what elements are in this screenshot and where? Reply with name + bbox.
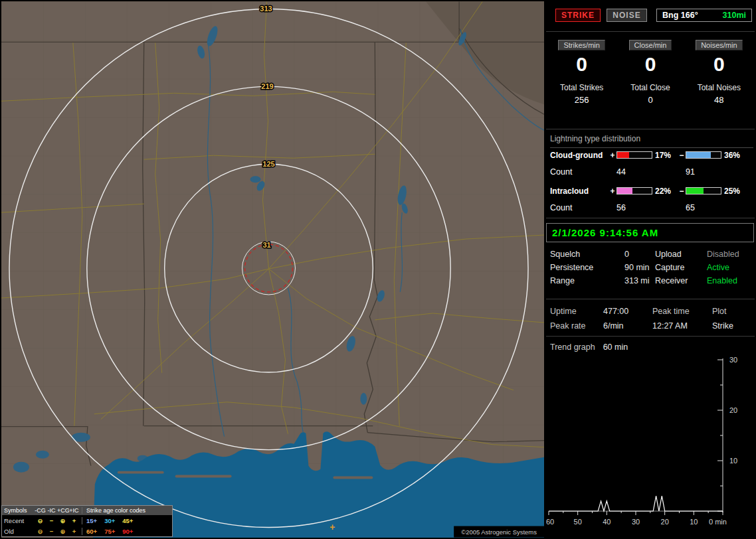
x-tick-30: 30 xyxy=(632,518,640,526)
cg-positive-count: 44 xyxy=(616,167,652,177)
legend-col-neg-cg: -CG xyxy=(35,507,46,514)
age-code-15: 15+ xyxy=(86,517,97,524)
close-per-min-button[interactable]: Close/min xyxy=(629,40,672,50)
persistence-label: Persistence xyxy=(550,263,624,276)
x-tick-50: 50 xyxy=(574,518,582,526)
bearing-value: Bng 166° xyxy=(662,11,698,20)
strikes-per-min-button[interactable]: Strikes/min xyxy=(558,40,605,50)
trend-line xyxy=(549,496,723,511)
ring-label-125: 125 xyxy=(262,160,274,168)
y-tick-10: 10 xyxy=(729,457,737,465)
total-strikes-label: Total Strikes xyxy=(547,83,616,92)
ring-label-219: 219 xyxy=(261,82,273,90)
legend-col-pos-cg: +CG xyxy=(57,507,68,514)
datetime-display: 2/1/2026 9:14:56 AM xyxy=(546,223,754,242)
ic-negative-count: 65 xyxy=(686,203,721,212)
peak-time-label: Peak time xyxy=(652,307,712,321)
plot-mode-value: Strike xyxy=(712,321,753,336)
age-code-30: 30+ xyxy=(104,517,115,524)
x-tick-60: 60 xyxy=(546,518,554,526)
peak-rate-label: Peak rate xyxy=(550,321,603,336)
noise-toggle-button[interactable]: NOISE xyxy=(607,9,646,22)
plot-label: Plot xyxy=(712,307,753,321)
rate-counters: Strikes/min 0 Total Strikes 256 Close/mi… xyxy=(547,40,753,105)
recent-pos-ic-icon: + xyxy=(68,517,80,524)
copyright: ©2005 Astrogenic Systems xyxy=(454,526,544,538)
legend-symbols-header: Symbols xyxy=(4,507,35,514)
ic-negative-pct: 25% xyxy=(721,187,747,196)
old-neg-ic-icon: − xyxy=(46,528,57,535)
strikes-per-min-value: 0 xyxy=(547,54,616,74)
age-code-60: 60+ xyxy=(86,528,97,535)
ring-label-313: 313 xyxy=(260,5,272,13)
bearing-readout: Bng 166° 310mi xyxy=(656,9,752,22)
minus-sign: − xyxy=(678,151,686,160)
upload-status: Disabled xyxy=(707,250,753,263)
capture-status: Active xyxy=(707,263,753,276)
legend-age-header: Strike age color codes xyxy=(82,507,170,514)
info-block: Uptime 477:00 Peak time Plot Peak rate 6… xyxy=(550,307,753,336)
total-close-label: Total Close xyxy=(616,83,684,92)
legend-old-label: Old xyxy=(4,528,35,535)
cloud-ground-count-row: Count 44 91 xyxy=(550,167,755,177)
noises-per-min-value: 0 xyxy=(685,54,753,74)
strike-symbol: + xyxy=(330,522,335,532)
age-code-75: 75+ xyxy=(104,528,115,535)
uptime-value: 477:00 xyxy=(603,307,652,321)
plus-sign: + xyxy=(609,187,616,196)
capture-label: Capture xyxy=(655,263,707,276)
x-tick-0: 0 min xyxy=(709,518,727,526)
close-per-min-value: 0 xyxy=(616,54,684,74)
x-tick-40: 40 xyxy=(603,518,611,526)
persistence-value: 90 min xyxy=(624,263,655,276)
status-panel: STRIKE NOISE Bng 166° 310mi Strikes/min … xyxy=(545,0,756,539)
receiver-status: Enabled xyxy=(707,276,753,289)
intracloud-row: Intracloud + 22% − 25% xyxy=(550,186,755,196)
plus-sign: + xyxy=(609,151,616,160)
cg-negative-count: 91 xyxy=(686,167,721,177)
legend-col-neg-ic: -IC xyxy=(46,507,57,514)
peak-rate-value: 6/min xyxy=(603,321,652,336)
old-pos-cg-icon: ⊕ xyxy=(57,528,68,535)
total-strikes-value: 256 xyxy=(547,95,616,105)
count-label: Count xyxy=(550,203,609,212)
distribution-title: Lightning type distribution xyxy=(550,134,753,148)
map-legend: Symbols -CG -IC +CG +IC Strike age color… xyxy=(1,505,173,537)
range-value: 313 mi xyxy=(624,276,655,289)
squelch-value: 0 xyxy=(624,250,655,263)
trend-window-value: 60 min xyxy=(603,343,628,352)
cg-positive-bar xyxy=(616,151,652,159)
ic-positive-count: 56 xyxy=(616,203,652,212)
settings-block: Squelch 0 Upload Disabled Persistence 90… xyxy=(550,250,753,289)
trend-graph: 30 20 10 60 50 40 30 20 10 0 min xyxy=(545,353,755,535)
legend-recent-label: Recent xyxy=(4,517,35,524)
strike-toggle-button[interactable]: STRIKE xyxy=(555,9,601,22)
minus-sign: − xyxy=(678,187,686,196)
noises-per-min-button[interactable]: Noises/min xyxy=(696,40,742,50)
upload-label: Upload xyxy=(655,250,707,263)
total-close-value: 0 xyxy=(616,95,684,105)
x-tick-10: 10 xyxy=(690,518,698,526)
intracloud-count-row: Count 56 65 xyxy=(550,202,755,212)
lightning-map[interactable]: 313 219 125 31 + ©2005 Astrogenic System… xyxy=(1,1,544,538)
copyright-text: ©2005 Astrogenic Systems xyxy=(461,528,537,536)
count-label: Count xyxy=(550,167,609,177)
range-label: Range xyxy=(550,276,624,289)
recent-neg-ic-icon: − xyxy=(46,517,57,524)
bearing-range-value: 310mi xyxy=(723,11,746,20)
x-tick-20: 20 xyxy=(661,518,669,526)
peak-time-value: 12:27 AM xyxy=(652,321,712,336)
trend-graph-label: Trend graph xyxy=(550,343,595,352)
ic-positive-pct: 22% xyxy=(652,187,678,196)
cg-negative-bar xyxy=(686,151,721,159)
y-tick-30: 30 xyxy=(729,356,737,364)
map-canvas: 313 219 125 31 + ©2005 Astrogenic System… xyxy=(1,1,544,538)
recent-neg-cg-icon: ⊖ xyxy=(35,517,46,524)
ic-negative-bar xyxy=(686,187,721,194)
receiver-label: Receiver xyxy=(655,276,707,289)
ring-label-31: 31 xyxy=(262,241,270,249)
total-noises-label: Total Noises xyxy=(685,83,753,92)
old-neg-cg-icon: ⊖ xyxy=(35,528,46,535)
old-pos-ic-icon: + xyxy=(68,528,80,535)
cg-positive-pct: 17% xyxy=(652,151,678,160)
